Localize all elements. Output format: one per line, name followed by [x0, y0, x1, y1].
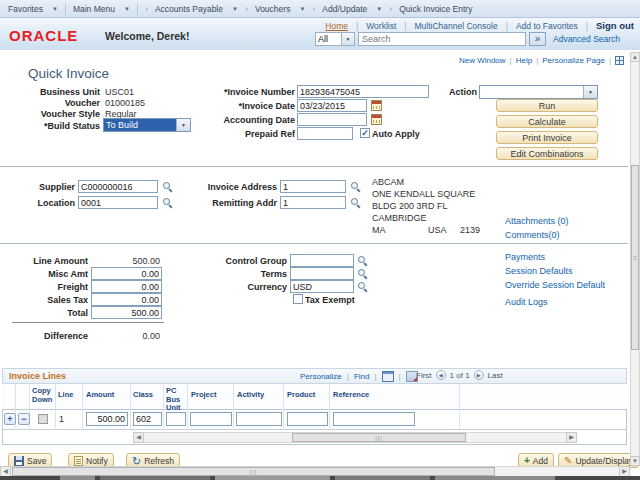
previous-row-icon[interactable]: ◀ [436, 370, 446, 380]
add-icon: + [524, 456, 530, 466]
row-pc-bus-unit-input[interactable] [166, 412, 186, 426]
breadcrumb-add-update[interactable]: Add/Update [322, 4, 367, 14]
row-amount-input[interactable] [86, 412, 128, 426]
personalize-link[interactable]: Personalize [300, 372, 342, 381]
session-defaults-link[interactable]: Session Defaults [505, 266, 573, 276]
notify-label: Notify [86, 456, 108, 466]
copy-down-checkbox[interactable] [38, 414, 48, 424]
control-group-input[interactable] [290, 254, 354, 267]
control-group-lookup-icon[interactable] [357, 255, 368, 266]
row-activity-input[interactable] [236, 412, 282, 426]
vertical-scrollbar-thumb[interactable]: ≡ [631, 165, 639, 350]
address-state: MA [372, 225, 386, 235]
row-project-input[interactable] [190, 412, 232, 426]
location-lookup-icon[interactable] [162, 197, 173, 208]
breadcrumb-separator-icon: › [312, 4, 315, 14]
action-value [480, 86, 583, 98]
scroll-down-icon[interactable]: ▼ [630, 456, 640, 466]
divider: | [404, 21, 406, 31]
divider: | [506, 21, 508, 31]
override-session-default-link[interactable]: Override Session Default [505, 280, 605, 290]
terms-lookup-icon[interactable] [357, 268, 368, 279]
supplier-lookup-icon[interactable] [162, 181, 173, 192]
freight-input[interactable] [91, 280, 162, 293]
line-amount-label: Line Amount [0, 256, 88, 266]
invoice-number-input[interactable] [297, 85, 429, 98]
comments-link[interactable]: Comments(0) [505, 230, 560, 240]
new-window-link[interactable]: New Window [459, 56, 506, 65]
delete-row-button[interactable]: − [18, 413, 30, 425]
edit-combinations-button[interactable]: Edit Combinations [496, 147, 598, 160]
divider: | [374, 372, 376, 381]
misc-amt-input[interactable] [91, 267, 162, 280]
chevron-down-icon: ▼ [341, 33, 354, 45]
remitting-addr-input[interactable] [280, 196, 346, 209]
calendar-icon[interactable] [371, 100, 382, 111]
find-link[interactable]: Find [354, 372, 370, 381]
remitting-addr-lookup-icon[interactable] [350, 197, 361, 208]
action-select[interactable]: ▼ [479, 85, 598, 99]
search-go-button[interactable]: » [529, 32, 546, 46]
scroll-up-icon[interactable]: ▲ [630, 52, 640, 62]
search-input[interactable] [358, 32, 526, 46]
address-line: ONE KENDALL SQUARE [372, 189, 475, 199]
prepaid-ref-input[interactable] [297, 127, 353, 140]
add-to-favorites-link[interactable]: Add to Favorites [516, 21, 578, 31]
advanced-search-link[interactable]: Advanced Search [553, 34, 620, 44]
print-invoice-button[interactable]: Print Invoice [496, 131, 598, 144]
calendar-icon[interactable] [371, 114, 382, 125]
invoice-address-lookup-icon[interactable] [350, 181, 361, 192]
sales-tax-input[interactable] [91, 293, 162, 306]
column-header-product: Product [287, 391, 315, 400]
next-row-icon[interactable]: ▶ [474, 370, 484, 380]
help-link[interactable]: Help [516, 56, 532, 65]
accounting-date-input[interactable] [297, 113, 367, 126]
breadcrumb-vouchers[interactable]: Vouchers [255, 4, 290, 14]
attachments-link[interactable]: Attachments (0) [505, 216, 569, 226]
divider: | [609, 56, 611, 65]
supplier-label: Supplier [0, 182, 75, 192]
grid-scrollbar-thumb[interactable]: ||| [292, 433, 466, 442]
page-scrollbar-thumb[interactable]: ||| [12, 467, 495, 476]
difference-label: Difference [0, 331, 88, 341]
control-group-label: Control Group [200, 256, 287, 266]
home-link[interactable]: Home [325, 21, 348, 31]
breadcrumb-accounts-payable[interactable]: Accounts Payable [155, 4, 223, 14]
currency-input[interactable] [290, 280, 354, 293]
breadcrumb-main-menu[interactable]: Main Menu [73, 4, 115, 14]
personalize-page-link[interactable]: Personalize Page [542, 56, 605, 65]
location-input[interactable] [78, 196, 158, 209]
worklist-link[interactable]: Worklist [366, 21, 396, 31]
view-all-popup-icon[interactable] [382, 371, 394, 382]
divider [65, 3, 66, 15]
auto-apply-checkbox[interactable] [360, 128, 370, 138]
top-links: Home | Worklist | MultiChannel Console |… [325, 20, 634, 31]
row-reference-input[interactable] [333, 412, 415, 426]
taskbar-segment [335, 476, 430, 480]
personalize-layout-icon[interactable] [615, 56, 624, 65]
tax-exempt-checkbox[interactable] [293, 294, 303, 304]
multichannel-console-link[interactable]: MultiChannel Console [415, 21, 498, 31]
breadcrumb-separator-icon: › [145, 4, 148, 14]
row-product-input[interactable] [287, 412, 328, 426]
add-row-button[interactable]: + [4, 413, 16, 425]
payments-link[interactable]: Payments [505, 252, 545, 262]
calculate-button[interactable]: Calculate [496, 115, 598, 128]
sign-out-link[interactable]: Sign out [596, 20, 634, 31]
chevron-down-icon: ▼ [52, 6, 58, 12]
scroll-right-icon[interactable]: ▶ [566, 432, 577, 443]
total-input[interactable] [91, 306, 162, 319]
terms-input[interactable] [290, 267, 354, 280]
currency-lookup-icon[interactable] [357, 281, 368, 292]
misc-amt-label: Misc Amt [0, 269, 88, 279]
invoice-address-input[interactable] [280, 180, 346, 193]
search-scope-select[interactable]: All ▼ [315, 32, 355, 46]
invoice-date-input[interactable] [297, 99, 367, 112]
breadcrumb-favorites[interactable]: Favorites [8, 4, 43, 14]
row-class-input[interactable] [133, 412, 162, 426]
audit-logs-link[interactable]: Audit Logs [505, 297, 548, 307]
scroll-left-icon[interactable]: ◀ [133, 432, 144, 443]
supplier-input[interactable] [78, 180, 158, 193]
business-unit-value: USC01 [105, 87, 134, 97]
run-button[interactable]: Run [496, 99, 598, 112]
